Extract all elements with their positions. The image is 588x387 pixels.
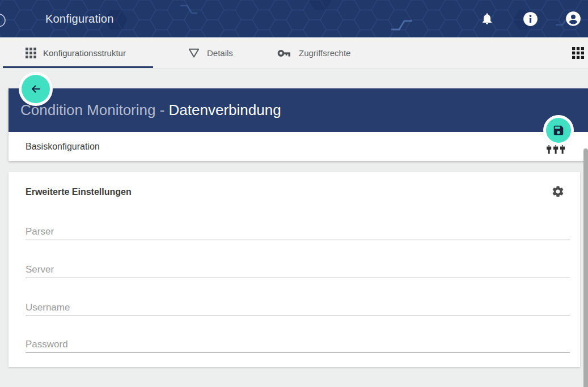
panel-title-highlight: Datenverbindung <box>169 101 281 118</box>
grid-menu-button[interactable] <box>572 47 584 59</box>
panel-title-prefix: Condition Monitoring - <box>20 101 169 118</box>
tab-label: Zugriffsrechte <box>299 48 350 58</box>
settings-card-title: Erweiterte Einstellungen <box>26 187 132 197</box>
bell-icon <box>480 12 494 25</box>
parser-input[interactable] <box>26 223 570 240</box>
tab-label: Details <box>207 48 233 58</box>
panel-header: Condition Monitoring - Datenverbindung <box>9 88 588 132</box>
settings-card: Erweiterte Einstellungen <box>9 172 580 367</box>
field-server <box>26 261 570 278</box>
tab-bar: Konfigurationsstruktur Details Zugriffsr… <box>0 37 588 69</box>
settings-input-composite-button[interactable] <box>545 144 566 155</box>
account-button[interactable] <box>565 11 581 27</box>
grid-icon <box>26 48 36 58</box>
username-input[interactable] <box>26 299 570 316</box>
tab-label: Konfigurationsstruktur <box>43 48 126 58</box>
info-button[interactable] <box>522 11 538 27</box>
tab-details[interactable]: Details <box>188 37 233 69</box>
panel-card: Condition Monitoring - Datenverbindung B… <box>9 88 588 161</box>
vertical-scrollbar-thumb[interactable] <box>583 148 588 387</box>
grid-menu-icon <box>572 47 584 59</box>
arrow-left-icon <box>29 82 43 96</box>
info-icon <box>523 11 538 27</box>
settings-gear-button[interactable] <box>551 185 565 199</box>
partial-logo-circle <box>0 13 6 28</box>
tab-konfigurationsstruktur[interactable]: Konfigurationsstruktur <box>26 37 126 69</box>
account-icon <box>565 11 581 27</box>
back-button[interactable] <box>22 75 50 103</box>
app-header: Konfiguration <box>0 0 588 37</box>
panel-title: Condition Monitoring - Datenverbindung <box>20 101 281 119</box>
save-button[interactable] <box>546 118 571 143</box>
active-tab-indicator <box>3 66 153 68</box>
subsection-row[interactable]: Basiskonfiguration <box>9 132 588 161</box>
notifications-button[interactable] <box>479 11 495 27</box>
field-parser <box>26 223 570 240</box>
header-actions <box>479 0 581 37</box>
password-input[interactable] <box>26 336 570 353</box>
save-icon <box>552 124 565 137</box>
page-title: Konfiguration <box>45 0 113 37</box>
field-password <box>26 336 570 353</box>
gear-icon <box>551 185 565 198</box>
subsection-label: Basiskonfiguration <box>26 142 100 152</box>
settings-input-composite-icon <box>546 145 566 155</box>
field-username <box>26 299 570 316</box>
tab-zugriffsrechte[interactable]: Zugriffsrechte <box>277 37 350 69</box>
key-icon <box>277 48 292 59</box>
filter-icon <box>188 48 200 59</box>
server-input[interactable] <box>26 261 570 278</box>
